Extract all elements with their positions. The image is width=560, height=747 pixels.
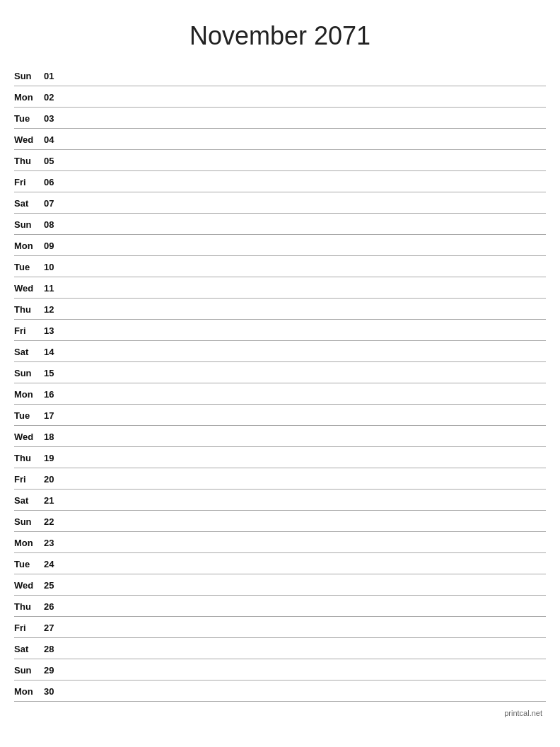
day-number: 10 [44, 262, 65, 274]
day-number: 15 [44, 368, 65, 380]
calendar-row: Thu19 [14, 447, 546, 468]
calendar-row: Sat07 [14, 192, 546, 214]
day-number: 05 [44, 156, 65, 168]
day-number: 09 [44, 241, 65, 253]
day-name: Thu [14, 453, 44, 465]
calendar-row: Wed18 [14, 426, 546, 447]
day-name: Wed [14, 134, 44, 146]
day-name: Sun [14, 665, 44, 677]
day-name: Thu [14, 156, 44, 168]
day-number: 07 [44, 198, 65, 210]
day-name: Fri [14, 177, 44, 189]
day-number: 19 [44, 453, 65, 465]
day-entry-line [65, 528, 546, 528]
day-entry-line [65, 124, 546, 125]
calendar-row: Sat21 [14, 490, 546, 511]
day-name: Sat [14, 495, 44, 507]
calendar-row: Mon23 [14, 532, 546, 553]
calendar-row: Sun15 [14, 362, 546, 383]
day-number: 18 [44, 432, 65, 444]
day-number: 26 [44, 601, 65, 613]
day-number: 17 [44, 410, 65, 422]
day-number: 11 [44, 283, 65, 295]
page-title: November 2071 [14, 14, 546, 51]
day-number: 08 [44, 219, 65, 231]
calendar-row: Thu12 [14, 299, 546, 320]
day-entry-line [65, 697, 546, 698]
day-name: Mon [14, 389, 44, 401]
calendar-row: Thu26 [14, 596, 546, 617]
day-entry-line [65, 549, 546, 550]
day-name: Mon [14, 686, 44, 698]
day-entry-line [65, 167, 546, 168]
day-entry-line [65, 315, 546, 316]
day-entry-line [65, 613, 546, 613]
day-entry-line [65, 464, 546, 465]
day-number: 03 [44, 113, 65, 125]
day-number: 13 [44, 325, 65, 337]
calendar-row: Fri20 [14, 468, 546, 490]
day-entry-line [65, 570, 546, 571]
day-number: 27 [44, 622, 65, 635]
day-entry-line [65, 400, 546, 401]
calendar-row: Wed25 [14, 574, 546, 596]
calendar-row: Mon30 [14, 681, 546, 702]
day-name: Fri [14, 474, 44, 486]
day-entry-line [65, 188, 546, 189]
day-entry-line [65, 676, 546, 677]
day-entry-line [65, 655, 546, 656]
calendar-row: Mon09 [14, 235, 546, 256]
day-name: Mon [14, 92, 44, 104]
day-name: Tue [14, 410, 44, 422]
day-entry-line [65, 634, 546, 635]
day-number: 14 [44, 347, 65, 359]
day-name: Thu [14, 304, 44, 316]
day-name: Fri [14, 622, 44, 635]
day-name: Sat [14, 198, 44, 210]
day-name: Thu [14, 601, 44, 613]
day-number: 16 [44, 389, 65, 401]
day-number: 12 [44, 304, 65, 316]
day-name: Tue [14, 559, 44, 571]
day-entry-line [65, 273, 546, 274]
day-entry-line [65, 506, 546, 507]
day-entry-line [65, 146, 546, 146]
day-entry-line [65, 103, 546, 104]
calendar-row: Sun29 [14, 659, 546, 681]
day-entry-line [65, 591, 546, 592]
day-number: 21 [44, 495, 65, 507]
day-entry-line [65, 209, 546, 210]
day-number: 02 [44, 92, 65, 104]
calendar-list: Sun01Mon02Tue03Wed04Thu05Fri06Sat07Sun08… [14, 65, 546, 702]
day-entry-line [65, 485, 546, 486]
day-name: Wed [14, 580, 44, 592]
day-name: Sun [14, 71, 44, 83]
calendar-row: Fri06 [14, 171, 546, 192]
calendar-row: Mon16 [14, 383, 546, 405]
day-number: 24 [44, 559, 65, 571]
calendar-row: Tue10 [14, 256, 546, 277]
day-name: Mon [14, 241, 44, 253]
day-name: Tue [14, 113, 44, 125]
day-number: 22 [44, 516, 65, 528]
calendar-row: Sun22 [14, 511, 546, 532]
day-number: 20 [44, 474, 65, 486]
day-entry-line [65, 443, 546, 444]
day-name: Tue [14, 262, 44, 274]
day-name: Sat [14, 644, 44, 656]
calendar-row: Sat28 [14, 638, 546, 659]
day-number: 06 [44, 177, 65, 189]
day-number: 25 [44, 580, 65, 592]
calendar-row: Tue17 [14, 405, 546, 426]
day-number: 04 [44, 134, 65, 146]
calendar-row: Sun01 [14, 65, 546, 86]
day-entry-line [65, 231, 546, 231]
day-name: Wed [14, 283, 44, 295]
day-entry-line [65, 337, 546, 337]
calendar-row: Sun08 [14, 214, 546, 235]
day-name: Sat [14, 347, 44, 359]
day-number: 28 [44, 644, 65, 656]
calendar-row: Wed04 [14, 129, 546, 150]
calendar-row: Fri13 [14, 320, 546, 341]
calendar-row: Wed11 [14, 277, 546, 299]
